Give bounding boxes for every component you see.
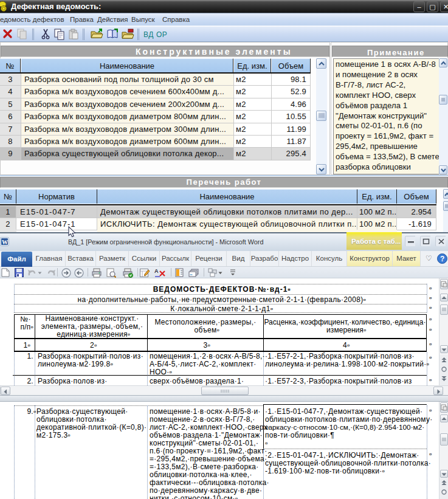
svg-text:A: A bbox=[154, 268, 159, 274]
svg-text:W: W bbox=[2, 239, 8, 246]
svg-text:?: ? bbox=[440, 255, 444, 263]
